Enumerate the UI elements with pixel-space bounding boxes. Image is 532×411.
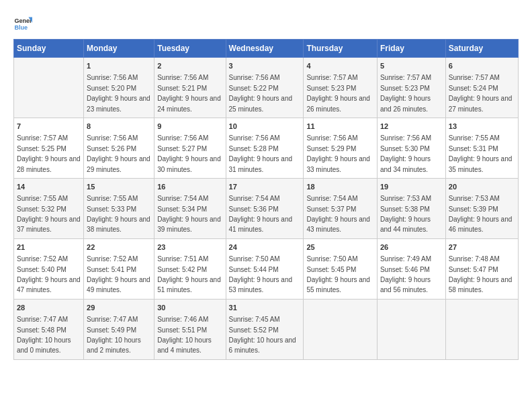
- date-number: 6: [449, 61, 515, 71]
- daylight-text: Daylight: 9 hours and 24 minutes.: [157, 95, 221, 112]
- date-number: 3: [229, 61, 301, 71]
- column-header-saturday: Saturday: [445, 40, 518, 58]
- daylight-text: Daylight: 9 hours and 26 minutes.: [380, 95, 431, 112]
- calendar-cell: 6Sunrise: 7:57 AMSunset: 5:24 PMDaylight…: [445, 58, 518, 118]
- date-number: 4: [306, 61, 374, 71]
- daylight-text: Daylight: 9 hours and 55 minutes.: [306, 276, 370, 293]
- date-number: 25: [306, 242, 374, 253]
- sunrise-text: Sunrise: 7:57 AM: [449, 74, 500, 81]
- sunset-text: Sunset: 5:34 PM: [157, 205, 207, 213]
- sunset-text: Sunset: 5:28 PM: [229, 145, 279, 152]
- sunrise-text: Sunrise: 7:55 AM: [449, 134, 500, 142]
- sunrise-text: Sunrise: 7:56 AM: [380, 134, 431, 142]
- column-header-friday: Friday: [377, 40, 445, 58]
- sunset-text: Sunset: 5:47 PM: [449, 266, 498, 273]
- date-number: 5: [380, 61, 443, 71]
- column-header-monday: Monday: [84, 40, 154, 58]
- daylight-text: Daylight: 9 hours and 46 minutes.: [449, 216, 513, 233]
- sunset-text: Sunset: 5:44 PM: [229, 266, 279, 273]
- sunrise-text: Sunrise: 7:50 AM: [306, 255, 357, 263]
- date-number: 27: [449, 242, 515, 253]
- sunset-text: Sunset: 5:23 PM: [306, 85, 356, 92]
- sunrise-text: Sunrise: 7:54 AM: [306, 195, 357, 202]
- calendar-cell: 23Sunrise: 7:51 AMSunset: 5:42 PMDayligh…: [154, 238, 226, 299]
- daylight-text: Daylight: 9 hours and 31 minutes.: [229, 155, 293, 173]
- sunset-text: Sunset: 5:23 PM: [380, 85, 430, 92]
- calendar-cell: 20Sunrise: 7:53 AMSunset: 5:39 PMDayligh…: [445, 178, 518, 238]
- sunset-text: Sunset: 5:38 PM: [380, 205, 430, 213]
- sunrise-text: Sunrise: 7:56 AM: [306, 134, 357, 142]
- date-number: 14: [17, 182, 81, 192]
- sunset-text: Sunset: 5:51 PM: [157, 326, 207, 334]
- daylight-text: Daylight: 9 hours and 28 minutes.: [17, 155, 81, 173]
- calendar-cell: 21Sunrise: 7:52 AMSunset: 5:40 PMDayligh…: [14, 238, 84, 299]
- daylight-text: Daylight: 9 hours and 25 minutes.: [229, 95, 293, 112]
- daylight-text: Daylight: 10 hours and 4 minutes.: [157, 336, 212, 354]
- calendar-cell: 14Sunrise: 7:55 AMSunset: 5:32 PMDayligh…: [14, 178, 84, 238]
- sunrise-text: Sunrise: 7:45 AM: [229, 316, 280, 323]
- calendar-cell: 26Sunrise: 7:49 AMSunset: 5:46 PMDayligh…: [377, 238, 445, 299]
- sunrise-text: Sunrise: 7:53 AM: [380, 195, 431, 202]
- sunrise-text: Sunrise: 7:57 AM: [17, 134, 68, 142]
- date-number: 24: [229, 242, 301, 253]
- calendar-cell: 1Sunrise: 7:56 AMSunset: 5:20 PMDaylight…: [84, 58, 154, 118]
- calendar-cell: 4Sunrise: 7:57 AMSunset: 5:23 PMDaylight…: [304, 58, 378, 118]
- calendar-cell: 27Sunrise: 7:48 AMSunset: 5:47 PMDayligh…: [445, 238, 518, 299]
- sunset-text: Sunset: 5:46 PM: [380, 266, 430, 273]
- date-number: 8: [87, 122, 151, 132]
- date-number: 17: [229, 182, 301, 192]
- date-number: 26: [380, 242, 443, 253]
- sunset-text: Sunset: 5:52 PM: [229, 326, 279, 334]
- sunrise-text: Sunrise: 7:48 AM: [449, 255, 500, 263]
- daylight-text: Daylight: 9 hours and 26 minutes.: [306, 95, 370, 112]
- sunset-text: Sunset: 5:22 PM: [229, 85, 279, 92]
- daylight-text: Daylight: 9 hours and 33 minutes.: [306, 155, 370, 173]
- calendar-week-3: 14Sunrise: 7:55 AMSunset: 5:32 PMDayligh…: [14, 178, 519, 238]
- sunset-text: Sunset: 5:37 PM: [306, 205, 356, 213]
- daylight-text: Daylight: 10 hours and 0 minutes.: [17, 336, 71, 354]
- daylight-text: Daylight: 9 hours and 58 minutes.: [449, 276, 513, 293]
- calendar-cell: 12Sunrise: 7:56 AMSunset: 5:30 PMDayligh…: [377, 118, 445, 178]
- column-header-wednesday: Wednesday: [226, 40, 304, 58]
- sunrise-text: Sunrise: 7:47 AM: [17, 316, 68, 323]
- sunrise-text: Sunrise: 7:53 AM: [449, 195, 500, 202]
- date-number: 10: [229, 122, 301, 132]
- calendar-cell: 7Sunrise: 7:57 AMSunset: 5:25 PMDaylight…: [14, 118, 84, 178]
- logo: General Blue: [13, 13, 32, 32]
- sunset-text: Sunset: 5:39 PM: [449, 205, 498, 213]
- sunset-text: Sunset: 5:33 PM: [87, 205, 136, 213]
- sunrise-text: Sunrise: 7:51 AM: [157, 255, 208, 263]
- sunset-text: Sunset: 5:36 PM: [229, 205, 279, 213]
- daylight-text: Daylight: 9 hours and 39 minutes.: [157, 216, 221, 233]
- date-number: 29: [87, 303, 151, 313]
- daylight-text: Daylight: 9 hours and 56 minutes.: [380, 276, 431, 293]
- daylight-text: Daylight: 9 hours and 53 minutes.: [229, 276, 293, 293]
- calendar-cell: 28Sunrise: 7:47 AMSunset: 5:48 PMDayligh…: [14, 299, 84, 359]
- calendar-cell: 15Sunrise: 7:55 AMSunset: 5:33 PMDayligh…: [84, 178, 154, 238]
- daylight-text: Daylight: 9 hours and 34 minutes.: [380, 155, 431, 173]
- calendar-cell: 25Sunrise: 7:50 AMSunset: 5:45 PMDayligh…: [304, 238, 378, 299]
- date-number: 16: [157, 182, 222, 192]
- sunset-text: Sunset: 5:41 PM: [87, 266, 136, 273]
- calendar-cell: 2Sunrise: 7:56 AMSunset: 5:21 PMDaylight…: [154, 58, 226, 118]
- calendar-cell: 10Sunrise: 7:56 AMSunset: 5:28 PMDayligh…: [226, 118, 304, 178]
- svg-text:Blue: Blue: [14, 24, 28, 31]
- calendar-cell: 18Sunrise: 7:54 AMSunset: 5:37 PMDayligh…: [304, 178, 378, 238]
- sunrise-text: Sunrise: 7:54 AM: [229, 195, 280, 202]
- sunset-text: Sunset: 5:26 PM: [87, 145, 136, 152]
- date-number: 21: [17, 242, 81, 253]
- sunset-text: Sunset: 5:40 PM: [17, 266, 66, 273]
- calendar-cell: [304, 299, 378, 359]
- date-number: 9: [157, 122, 222, 132]
- calendar-cell: 5Sunrise: 7:57 AMSunset: 5:23 PMDaylight…: [377, 58, 445, 118]
- daylight-text: Daylight: 9 hours and 44 minutes.: [380, 216, 431, 233]
- sunrise-text: Sunrise: 7:54 AM: [157, 195, 208, 202]
- sunset-text: Sunset: 5:49 PM: [87, 326, 136, 334]
- daylight-text: Daylight: 10 hours and 6 minutes.: [229, 336, 296, 354]
- sunrise-text: Sunrise: 7:56 AM: [229, 134, 280, 142]
- calendar-week-5: 28Sunrise: 7:47 AMSunset: 5:48 PMDayligh…: [14, 299, 519, 359]
- sunrise-text: Sunrise: 7:46 AM: [157, 316, 208, 323]
- date-number: 15: [87, 182, 151, 192]
- calendar-cell: 13Sunrise: 7:55 AMSunset: 5:31 PMDayligh…: [445, 118, 518, 178]
- sunrise-text: Sunrise: 7:49 AM: [380, 255, 431, 263]
